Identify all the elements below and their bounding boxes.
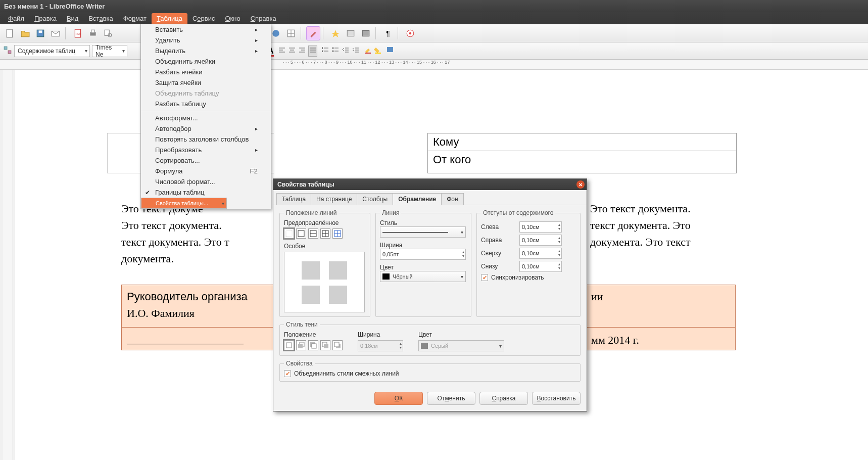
- email-icon[interactable]: [49, 26, 63, 40]
- gallery-icon[interactable]: [344, 26, 358, 40]
- bottom-spin[interactable]: 0,10см: [519, 261, 562, 272]
- tab-on-page[interactable]: На странице: [311, 193, 357, 205]
- align-right-icon[interactable]: [298, 46, 306, 56]
- open-icon[interactable]: [18, 26, 32, 40]
- bullet-list-icon[interactable]: [331, 46, 340, 56]
- print-icon[interactable]: [86, 26, 100, 40]
- preset-grid-inner[interactable]: [332, 228, 343, 239]
- background-color-icon[interactable]: [374, 46, 382, 56]
- tab-background[interactable]: Фон: [441, 193, 463, 205]
- color-select[interactable]: Чёрный: [380, 271, 466, 282]
- doc-table-1[interactable]: Кому От кого: [427, 133, 737, 173]
- custom-border-preview[interactable]: [284, 252, 365, 312]
- props-legend: Свойства: [284, 360, 315, 367]
- dialog-titlebar[interactable]: Свойства таблицы ✕: [273, 179, 587, 190]
- merge-styles-checkbox[interactable]: ✔Объедининить стили смежных линий: [284, 370, 576, 377]
- tab-borders[interactable]: Обрамление: [393, 193, 442, 205]
- tab-table[interactable]: Таблица: [276, 193, 311, 205]
- menu-tools[interactable]: Сервис: [187, 13, 220, 24]
- menu-help[interactable]: Справка: [246, 13, 281, 24]
- help-icon[interactable]: [403, 26, 417, 40]
- shadow-none[interactable]: [284, 340, 294, 350]
- preset-box-h[interactable]: [308, 228, 318, 239]
- datasource-icon[interactable]: [359, 26, 373, 40]
- mi-convert[interactable]: Преобразовать: [141, 145, 271, 155]
- table-cell-r1[interactable]: ии: [591, 288, 603, 305]
- menu-edit[interactable]: Правка: [29, 13, 62, 24]
- table-cell[interactable]: От кого: [428, 151, 736, 168]
- shadow-bl[interactable]: [296, 340, 306, 350]
- mi-repeat-headings[interactable]: Повторять заголовки столбцов: [141, 134, 271, 145]
- format-toolbar: Содержимое таблиц Times Ne A 12: [0, 42, 868, 60]
- shadow-tr[interactable]: [332, 340, 343, 350]
- paragraph-bgcolor-icon[interactable]: [386, 46, 394, 56]
- font-name-combo[interactable]: Times Ne: [92, 45, 127, 57]
- mi-delete[interactable]: Удалить: [141, 35, 271, 45]
- menu-view[interactable]: Вид: [62, 13, 84, 24]
- align-left-icon[interactable]: [278, 46, 286, 56]
- align-center-icon[interactable]: [288, 46, 296, 56]
- save-icon[interactable]: [33, 26, 47, 40]
- paragraph-style-combo[interactable]: Содержимое таблиц: [14, 45, 90, 57]
- right-spin[interactable]: 0,10см: [519, 235, 562, 246]
- shadow-legend: Стиль тени: [284, 321, 320, 328]
- mi-sort[interactable]: Сортировать...: [141, 155, 271, 166]
- ok-button[interactable]: ОК: [374, 392, 423, 405]
- window-title: Без имени 1 - LibreOffice Writer: [4, 3, 105, 10]
- align-justify-icon[interactable]: [308, 45, 317, 57]
- left-spin[interactable]: 0,10см: [519, 221, 562, 233]
- preview-icon[interactable]: [101, 26, 115, 40]
- svg-rect-47: [365, 53, 371, 54]
- svg-text:2: 2: [322, 50, 323, 53]
- decrease-indent-icon[interactable]: [342, 46, 350, 56]
- numbered-list-icon[interactable]: 12: [321, 46, 329, 56]
- body-text-left[interactable]: Это текст докумеЭто текст документа. тек…: [121, 200, 273, 267]
- mi-split-cells[interactable]: Разбить ячейки: [141, 67, 271, 77]
- preset-box[interactable]: [296, 228, 306, 239]
- styles-window-icon[interactable]: [3, 45, 12, 57]
- styles-icon[interactable]: [306, 26, 320, 40]
- menu-format[interactable]: Формат: [118, 13, 152, 24]
- nonprint-icon[interactable]: ¶: [381, 26, 395, 40]
- horizontal-ruler: · · · 5 · · · 6 · · · 7 · · · 8 · · · 9 …: [0, 60, 868, 70]
- mi-split-table[interactable]: Разбить таблицу: [141, 99, 271, 109]
- restore-button[interactable]: Восстановить: [532, 392, 581, 405]
- increase-indent-icon[interactable]: [352, 46, 360, 56]
- width-spin[interactable]: 0,05пт: [380, 249, 466, 260]
- sync-checkbox[interactable]: ✔Синхронизировать: [481, 274, 576, 281]
- menu-window[interactable]: Окно: [220, 13, 245, 24]
- mi-insert[interactable]: Вставить: [141, 24, 271, 35]
- mi-table-borders[interactable]: Границы таблиц: [141, 187, 271, 198]
- help-button[interactable]: Справка: [479, 392, 528, 405]
- body-text-right[interactable]: Это текст документа.текст документа. Это…: [590, 200, 737, 250]
- mi-select[interactable]: Выделить: [141, 45, 271, 56]
- mi-formula[interactable]: ФормулаF2: [141, 166, 271, 176]
- mi-table-properties[interactable]: Свойства таблицы...: [141, 198, 227, 209]
- shadow-tl[interactable]: [308, 340, 318, 350]
- cancel-button[interactable]: Отменить: [427, 392, 475, 405]
- preset-grid[interactable]: [320, 228, 330, 239]
- table-cell[interactable]: Кому: [428, 133, 736, 151]
- pdf-icon[interactable]: PDF: [71, 26, 85, 40]
- top-spin[interactable]: 0,10см: [519, 248, 562, 259]
- highlight-color-icon[interactable]: [364, 46, 372, 56]
- mi-number-format[interactable]: Числовой формат...: [141, 176, 271, 187]
- navigator-icon[interactable]: [328, 26, 343, 40]
- new-doc-icon[interactable]: [3, 26, 17, 40]
- mi-autoformat[interactable]: Автоформат...: [141, 113, 271, 123]
- table-cell-l3[interactable]: _____________________: [127, 331, 244, 347]
- table-cell-r3[interactable]: мм 2014 г.: [591, 332, 639, 348]
- close-icon[interactable]: ✕: [576, 180, 585, 189]
- mi-protect-cell[interactable]: Защита ячейки: [141, 77, 271, 88]
- tab-columns[interactable]: Столбцы: [357, 193, 393, 205]
- shadow-br[interactable]: [320, 340, 330, 350]
- svg-rect-51: [298, 231, 304, 237]
- mi-merge-cells[interactable]: Объединить ячейки: [141, 56, 271, 67]
- table-icon[interactable]: [284, 26, 298, 40]
- menu-insert[interactable]: Вставка: [83, 13, 118, 24]
- preset-none[interactable]: [284, 228, 294, 239]
- style-select[interactable]: [380, 226, 466, 238]
- mi-autofit[interactable]: Автоподбор: [141, 123, 271, 134]
- menu-file[interactable]: Файл: [3, 13, 29, 24]
- menu-table[interactable]: Таблица: [152, 13, 187, 24]
